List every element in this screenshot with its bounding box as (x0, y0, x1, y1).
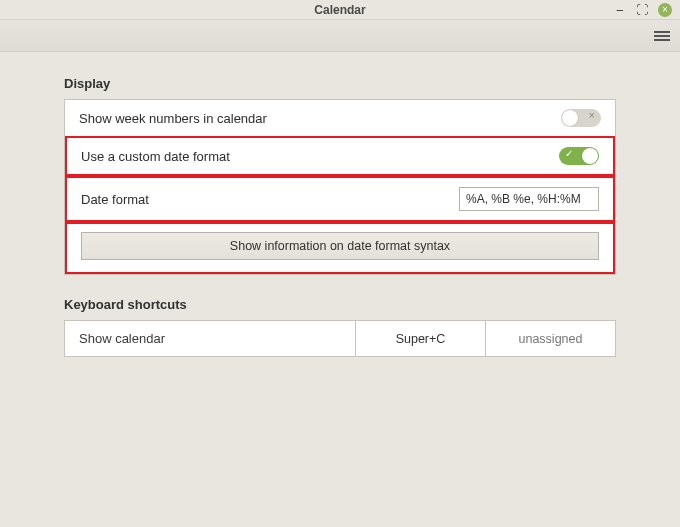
show-week-numbers-toggle[interactable] (561, 109, 601, 127)
menu-icon[interactable] (654, 28, 670, 44)
toolbar (0, 20, 680, 52)
minimize-icon[interactable]: ‒ (614, 4, 626, 16)
shortcut-primary[interactable]: Super+C (355, 321, 485, 356)
row-custom-date-format: Use a custom date format (65, 136, 615, 176)
show-syntax-info-button[interactable]: Show information on date format syntax (81, 232, 599, 260)
display-panel: Show week numbers in calendar Use a cust… (64, 99, 616, 275)
row-show-week-numbers: Show week numbers in calendar (65, 100, 615, 136)
maximize-icon[interactable]: ⛶ (636, 4, 648, 16)
close-icon[interactable]: × (658, 3, 672, 17)
window-title: Calendar (314, 3, 365, 17)
custom-date-format-label: Use a custom date format (81, 149, 230, 164)
show-week-numbers-label: Show week numbers in calendar (79, 111, 267, 126)
shortcuts-section-title: Keyboard shortcuts (64, 297, 616, 312)
row-date-format: Date format (65, 176, 615, 222)
shortcut-row: Show calendar Super+C unassigned (65, 321, 615, 356)
display-section-title: Display (64, 76, 616, 91)
shortcut-label: Show calendar (65, 321, 355, 356)
row-syntax-button: Show information on date format syntax (65, 222, 615, 274)
date-format-label: Date format (81, 192, 149, 207)
window-controls: ‒ ⛶ × (614, 0, 672, 20)
titlebar: Calendar ‒ ⛶ × (0, 0, 680, 20)
shortcut-secondary[interactable]: unassigned (485, 321, 615, 356)
shortcuts-panel: Show calendar Super+C unassigned (64, 320, 616, 357)
date-format-input[interactable] (459, 187, 599, 211)
content-area: Display Show week numbers in calendar Us… (0, 52, 680, 357)
custom-date-format-toggle[interactable] (559, 147, 599, 165)
